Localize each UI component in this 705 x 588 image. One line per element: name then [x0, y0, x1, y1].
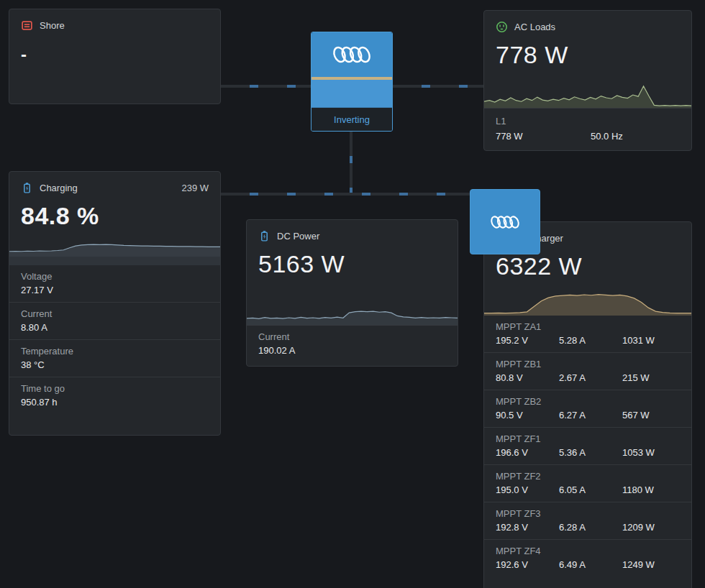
mppt-name: MPPT ZB2 — [496, 396, 680, 407]
mppt-current: 6.49 A — [559, 559, 622, 570]
charging-header: Charging 239 W — [9, 172, 220, 201]
mppt-name: MPPT ZF2 — [496, 471, 680, 482]
voltage-label: Voltage — [21, 271, 209, 282]
dc-power-sparkline — [247, 302, 458, 325]
ac-loads-card[interactable]: AC Loads 778 W L1 778 W 50.0 Hz — [483, 10, 692, 151]
mppt-name: MPPT ZF3 — [496, 508, 680, 519]
ac-loads-phase-row: L1 778 W 50.0 Hz — [484, 109, 691, 150]
mppt-voltage: 192.6 V — [496, 559, 559, 570]
wire-inverter-to-dc-bus — [350, 132, 352, 195]
shore-value: - — [9, 39, 220, 70]
dc-current-value: 190.02 A — [258, 345, 446, 356]
temperature-label: Temperature — [21, 346, 209, 357]
mppt-power: 1031 W — [622, 335, 680, 346]
time-to-go-value: 950.87 h — [21, 397, 209, 408]
detail-row-time-to-go: Time to go 950.87 h — [9, 377, 220, 414]
mppt-name: MPPT ZA1 — [496, 321, 680, 332]
mppt-voltage: 195.2 V — [496, 335, 559, 346]
ac-loads-sparkline — [484, 83, 691, 108]
pv-charger-power: 6322 W — [484, 252, 691, 280]
battery-icon — [258, 230, 270, 242]
inverter-status: Inverting — [311, 107, 392, 131]
dc-power-card[interactable]: DC Power 5163 W Current 190.02 A — [246, 219, 458, 367]
mppt-row-zf1: MPPT ZF1 196.6 V 5.36 A 1053 W — [484, 427, 691, 464]
shore-power-icon — [21, 19, 33, 32]
wire-inverter-to-ac-loads — [393, 85, 483, 88]
dc-power-title: DC Power — [277, 231, 319, 242]
battery-charging-card[interactable]: Charging 239 W 84.8 % Voltage 27.17 V Cu… — [9, 171, 221, 436]
mppt-name: MPPT ZB1 — [496, 359, 680, 369]
temperature-value: 38 °C — [21, 359, 209, 370]
shore-card-header: Shore — [9, 9, 220, 39]
ac-loads-header: AC Loads — [484, 11, 691, 40]
mppt-name: MPPT ZF4 — [496, 546, 680, 556]
dc-power-header: DC Power — [247, 220, 458, 249]
shore-card[interactable]: Shore - — [9, 9, 221, 104]
dc-current-label: Current — [258, 331, 446, 342]
mppt-voltage: 192.8 V — [496, 522, 559, 533]
mppt-row-zf2: MPPT ZF2 195.0 V 6.05 A 1180 W — [484, 464, 691, 502]
mppt-current: 2.67 A — [559, 372, 622, 383]
battery-icon — [21, 182, 33, 194]
mppt-current: 5.36 A — [559, 447, 622, 458]
charging-title: Charging — [40, 183, 78, 193]
inverter-image — [311, 32, 392, 77]
detail-row-dc-current: Current 190.02 A — [247, 326, 458, 366]
socket-icon — [496, 21, 508, 33]
mppt-voltage: 196.6 V — [496, 447, 559, 458]
mppt-voltage: 80.8 V — [496, 372, 559, 383]
pv-charger-sparkline — [484, 285, 691, 316]
soc-band — [9, 257, 220, 265]
ac-loads-power: 778 W — [484, 40, 691, 68]
mppt-current: 5.28 A — [559, 335, 622, 346]
mppt-voltage: 195.0 V — [496, 484, 559, 495]
mppt-power: 567 W — [622, 410, 680, 421]
shore-card-title: Shore — [40, 20, 65, 31]
current-value: 8.80 A — [21, 322, 209, 333]
pv-charger-card[interactable]: PV Charger 6322 W MPPT ZA1 195.2 V 5.28 … — [483, 221, 692, 588]
inverter-device[interactable]: Inverting — [311, 32, 393, 132]
mppt-name: MPPT ZF1 — [496, 433, 680, 444]
mppt-row-zb1: MPPT ZB1 80.8 V 2.67 A 215 W — [484, 352, 691, 390]
dc-power-value: 5163 W — [247, 249, 458, 277]
voltage-value: 27.17 V — [21, 285, 209, 295]
mppt-row-zf3: MPPT ZF3 192.8 V 6.28 A 1209 W — [484, 502, 691, 539]
phase-frequency: 50.0 Hz — [591, 131, 680, 142]
mppt-row-zb2: MPPT ZB2 90.5 V 6.27 A 567 W — [484, 390, 691, 427]
wire-dc-bus — [221, 193, 470, 196]
ac-loads-title: AC Loads — [514, 22, 555, 32]
time-to-go-label: Time to go — [21, 383, 209, 394]
mppt-voltage: 90.5 V — [496, 410, 559, 421]
mppt-power: 215 W — [622, 372, 680, 383]
mppt-power: 1249 W — [622, 559, 680, 570]
victron-logo-icon — [329, 42, 374, 67]
charging-power: 239 W — [181, 183, 209, 193]
mppt-current: 6.27 A — [559, 410, 622, 421]
phase-label: L1 — [496, 116, 680, 127]
victron-logo-icon — [488, 213, 522, 231]
mppt-power: 1209 W — [622, 522, 680, 533]
detail-row-voltage: Voltage 27.17 V — [9, 265, 220, 302]
mppt-power: 1053 W — [622, 447, 680, 458]
mppt-current: 6.28 A — [559, 522, 622, 533]
mppt-power: 1180 W — [622, 484, 680, 495]
mppt-row-zf4: MPPT ZF4 192.6 V 6.49 A 1249 W — [484, 539, 691, 576]
phase-power: 778 W — [496, 131, 591, 142]
detail-row-current: Current 8.80 A — [9, 302, 220, 339]
wire-shore-to-inverter — [221, 85, 311, 88]
mppt-device[interactable] — [470, 189, 540, 254]
mppt-current: 6.05 A — [559, 484, 622, 495]
battery-soc: 84.8 % — [9, 201, 220, 229]
inverter-body — [311, 80, 392, 107]
mppt-row-za1: MPPT ZA1 195.2 V 5.28 A 1031 W — [484, 316, 691, 352]
detail-row-temperature: Temperature 38 °C — [9, 339, 220, 377]
current-label: Current — [21, 308, 209, 319]
charging-sparkline — [9, 236, 220, 257]
vrm-dashboard: Shore - Inverting AC Loads 7 — [0, 0, 705, 588]
